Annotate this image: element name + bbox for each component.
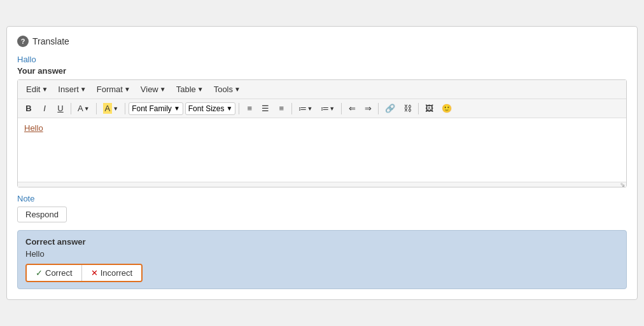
x-icon: ✕ (91, 268, 98, 278)
font-size-label: Font Sizes (188, 104, 225, 113)
your-answer-label: Your answer (17, 66, 627, 76)
bg-color-button[interactable]: A ▼ (100, 102, 122, 115)
ul-caret: ▼ (307, 105, 312, 112)
table-caret: ▼ (197, 86, 204, 93)
font-family-select[interactable]: Font Family ▼ (129, 102, 183, 115)
font-color-caret: ▼ (84, 105, 90, 112)
bold-button[interactable]: B (22, 102, 36, 114)
unlink-icon: ⛓ (403, 104, 412, 113)
link-icon: 🔗 (385, 104, 395, 113)
page-title: Translate (32, 36, 69, 46)
answer-buttons: ✓ Correct ✕ Incorrect (25, 264, 619, 282)
separator-1 (71, 103, 71, 114)
align-center-button[interactable]: ☰ (258, 102, 272, 114)
correct-label: Correct (45, 268, 73, 278)
resize-handle-icon: ⇘ (620, 181, 625, 188)
underline-button[interactable]: U (53, 102, 67, 114)
menu-table[interactable]: Table ▼ (172, 83, 208, 96)
editor-resize-bar: ⇘ (18, 182, 626, 187)
unordered-list-icon: ≔ (298, 104, 307, 113)
align-left-button[interactable]: ≡ (242, 102, 256, 114)
align-left-icon: ≡ (248, 104, 253, 113)
view-caret: ▼ (160, 86, 166, 93)
editor-text: Hello (24, 123, 43, 133)
page-header: ? Translate (17, 36, 627, 47)
italic-button[interactable]: I (38, 102, 52, 114)
menu-format[interactable]: Format ▼ (92, 83, 135, 96)
separator-8 (418, 103, 419, 114)
unordered-list-button[interactable]: ≔ ▼ (295, 102, 316, 114)
image-icon: 🖼 (425, 104, 433, 113)
font-family-caret: ▼ (174, 105, 180, 112)
emoji-icon: 🙂 (442, 104, 452, 113)
bg-color-caret: ▼ (113, 105, 118, 112)
ordered-list-icon: ≔ (321, 104, 329, 113)
menu-edit[interactable]: Edit ▼ (22, 83, 52, 96)
align-right-button[interactable]: ≡ (274, 102, 288, 114)
emoji-button[interactable]: 🙂 (438, 102, 455, 114)
menu-tools[interactable]: Tools ▼ (209, 83, 245, 96)
indent-button[interactable]: ⇒ (361, 102, 375, 114)
image-button[interactable]: 🖼 (422, 102, 437, 114)
unlink-button[interactable]: ⛓ (400, 102, 415, 114)
answer-button-group: ✓ Correct ✕ Incorrect (25, 264, 143, 282)
editor-content[interactable]: Hello (18, 118, 626, 182)
correct-answer-title: Correct answer (25, 237, 619, 247)
separator-4 (239, 103, 239, 114)
format-caret: ▼ (124, 86, 130, 93)
link-button[interactable]: 🔗 (382, 102, 398, 114)
font-family-label: Font Family (132, 104, 172, 113)
separator-5 (291, 103, 292, 114)
separator-7 (378, 103, 379, 114)
menu-insert[interactable]: Insert ▼ (53, 83, 90, 96)
font-color-button[interactable]: A ▼ (74, 102, 93, 114)
insert-caret: ▼ (80, 86, 87, 93)
tools-caret: ▼ (234, 86, 241, 93)
font-size-caret: ▼ (226, 105, 232, 112)
menu-view[interactable]: View ▼ (136, 83, 171, 96)
incorrect-button[interactable]: ✕ Incorrect (82, 265, 142, 281)
correct-button[interactable]: ✓ Correct (27, 265, 82, 281)
check-icon: ✓ (36, 268, 43, 278)
indent-icon: ⇒ (365, 104, 372, 113)
outdent-icon: ⇐ (349, 104, 356, 113)
separator-2 (96, 103, 97, 114)
respond-button[interactable]: Respond (17, 207, 67, 222)
outdent-button[interactable]: ⇐ (345, 102, 359, 114)
greeting: Hallo (17, 55, 627, 64)
editor-wrapper: Edit ▼ Insert ▼ Format ▼ View ▼ Table (17, 79, 627, 187)
font-color-icon: A (78, 104, 83, 113)
toolbar-top: Edit ▼ Insert ▼ Format ▼ View ▼ Table (18, 80, 626, 99)
ol-caret: ▼ (329, 105, 335, 112)
separator-6 (341, 103, 342, 114)
ordered-list-button[interactable]: ≔ ▼ (318, 102, 338, 114)
help-icon: ? (17, 36, 29, 47)
align-center-icon: ☰ (262, 104, 269, 113)
align-right-icon: ≡ (279, 104, 284, 113)
correct-answer-value: Hello (25, 249, 619, 259)
separator-3 (125, 103, 125, 114)
font-size-select[interactable]: Font Sizes ▼ (185, 102, 236, 115)
bg-color-icon: A (103, 103, 113, 114)
incorrect-label: Incorrect (101, 268, 133, 278)
toolbar-format: B I U A ▼ A ▼ Font Family (18, 99, 626, 118)
edit-caret: ▼ (41, 86, 48, 93)
correct-answer-box: Correct answer Hello ✓ Correct ✕ Incorre… (17, 230, 627, 289)
note-label: Note (17, 194, 627, 203)
